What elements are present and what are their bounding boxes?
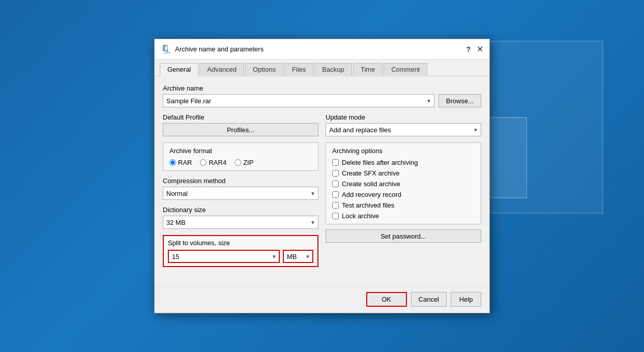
help-button[interactable]: Help	[451, 292, 481, 307]
tab-options[interactable]: Options	[245, 63, 283, 76]
option-add-recovery[interactable]: Add recovery record	[332, 191, 475, 198]
format-rar4[interactable]: RAR4	[200, 159, 226, 166]
tab-advanced[interactable]: Advanced	[199, 63, 244, 76]
compression-method-select[interactable]: Store Fastest Fast Normal Good Best	[163, 187, 318, 200]
option-create-solid-checkbox[interactable]	[332, 181, 339, 187]
dictionary-size-select[interactable]: 1 MB 2 MB 4 MB 8 MB 16 MB 32 MB 64 MB 12…	[163, 216, 318, 229]
set-password-button[interactable]: Set password...	[326, 229, 481, 243]
cancel-button[interactable]: Cancel	[411, 292, 447, 307]
option-test-archived[interactable]: Test archived files	[332, 201, 475, 209]
option-test-archived-checkbox[interactable]	[332, 202, 339, 209]
format-zip[interactable]: ZIP	[235, 159, 253, 166]
update-mode-section: Update mode Add and replace files Update…	[326, 113, 481, 136]
split-unit-select[interactable]: B KB MB GB	[283, 250, 313, 263]
archive-name-label: Archive name	[163, 84, 481, 92]
archiving-options-label: Archiving options	[332, 147, 475, 155]
dictionary-size-label: Dictionary size	[163, 206, 318, 214]
update-mode-label: Update mode	[326, 113, 481, 121]
split-volumes-section: Split to volumes, size 15 100 200 700 10…	[163, 235, 318, 267]
option-lock-archive-label: Lock archive	[342, 212, 379, 220]
tab-backup[interactable]: Backup	[314, 63, 352, 76]
default-profile-label: Default Profile	[163, 113, 318, 121]
option-create-sfx[interactable]: Create SFX archive	[332, 169, 475, 177]
archive-name-input-wrap: ▼	[163, 94, 434, 107]
tab-bar: General Advanced Options Files Backup Ti…	[155, 60, 489, 76]
format-rar-radio[interactable]	[169, 159, 176, 166]
title-bar: 🗜️ Archive name and parameters ? ✕	[155, 39, 489, 60]
profiles-button[interactable]: Profiles...	[163, 123, 318, 136]
right-column: Update mode Add and replace files Update…	[326, 113, 481, 273]
split-volumes-label: Split to volumes, size	[168, 239, 313, 247]
option-add-recovery-checkbox[interactable]	[332, 191, 339, 198]
tab-time[interactable]: Time	[353, 63, 383, 76]
close-button[interactable]: ✕	[477, 45, 483, 53]
app-icon: 🗜️	[161, 44, 171, 54]
dialog-content: Archive name ▼ Browse... Default Profile…	[155, 76, 489, 286]
archive-format-label: Archive format	[169, 147, 312, 155]
archive-format-radio-group: RAR RAR4 ZIP	[169, 159, 312, 166]
option-create-solid-label: Create solid archive	[342, 180, 400, 188]
option-lock-archive-checkbox[interactable]	[332, 213, 339, 219]
option-lock-archive[interactable]: Lock archive	[332, 212, 475, 220]
split-size-wrap: 15 100 200 700 1000 4096 4480 ▼	[168, 250, 280, 263]
option-add-recovery-label: Add recovery record	[342, 191, 401, 198]
left-column: Default Profile Profiles... Archive form…	[163, 113, 318, 273]
tab-files[interactable]: Files	[284, 63, 313, 76]
option-delete-files-checkbox[interactable]	[332, 159, 339, 166]
archive-name-input[interactable]	[163, 94, 434, 107]
dictionary-size-section: Dictionary size 1 MB 2 MB 4 MB 8 MB 16 M…	[163, 206, 318, 229]
dictionary-size-select-wrap: 1 MB 2 MB 4 MB 8 MB 16 MB 32 MB 64 MB 12…	[163, 216, 318, 229]
tab-comment[interactable]: Comment	[384, 63, 427, 76]
compression-method-label: Compression method	[163, 177, 318, 185]
update-mode-select[interactable]: Add and replace files Update and add fil…	[326, 123, 481, 136]
browse-button[interactable]: Browse...	[438, 94, 481, 107]
archive-name-row: ▼ Browse...	[163, 94, 481, 107]
compression-method-select-wrap: Store Fastest Fast Normal Good Best ▼	[163, 187, 318, 200]
compression-method-section: Compression method Store Fastest Fast No…	[163, 177, 318, 200]
update-mode-select-wrap: Add and replace files Update and add fil…	[326, 123, 481, 136]
main-two-col: Default Profile Profiles... Archive form…	[163, 113, 481, 273]
format-rar4-radio[interactable]	[200, 159, 207, 166]
split-unit-wrap: B KB MB GB ▼	[283, 250, 313, 263]
archive-name-dropdown-wrap: ▼	[163, 94, 434, 107]
ok-button[interactable]: OK	[366, 292, 407, 307]
dialog-window: 🗜️ Archive name and parameters ? ✕ Gener…	[154, 39, 490, 313]
archive-format-box: Archive format RAR RAR4 ZIP	[163, 142, 318, 171]
option-create-solid[interactable]: Create solid archive	[332, 180, 475, 188]
set-password-section: Set password...	[326, 229, 481, 243]
option-create-sfx-label: Create SFX archive	[342, 169, 399, 177]
format-zip-radio[interactable]	[235, 159, 241, 166]
tab-general[interactable]: General	[160, 63, 198, 76]
title-bar-left: 🗜️ Archive name and parameters	[161, 44, 264, 54]
option-test-archived-label: Test archived files	[342, 201, 394, 209]
format-rar[interactable]: RAR	[169, 159, 192, 166]
help-icon[interactable]: ?	[466, 45, 471, 53]
title-controls: ? ✕	[466, 45, 483, 53]
default-profile-section: Default Profile Profiles...	[163, 113, 318, 136]
split-inputs-row: 15 100 200 700 1000 4096 4480 ▼	[168, 250, 313, 263]
option-delete-files-label: Delete files after archiving	[342, 159, 418, 166]
footer-buttons: OK Cancel Help	[155, 286, 489, 313]
option-create-sfx-checkbox[interactable]	[332, 170, 339, 177]
dialog-title: Archive name and parameters	[175, 45, 264, 53]
archiving-options-box: Archiving options Delete files after arc…	[326, 142, 481, 224]
split-size-select[interactable]: 15 100 200 700 1000 4096 4480	[168, 250, 280, 263]
option-delete-files[interactable]: Delete files after archiving	[332, 159, 475, 166]
